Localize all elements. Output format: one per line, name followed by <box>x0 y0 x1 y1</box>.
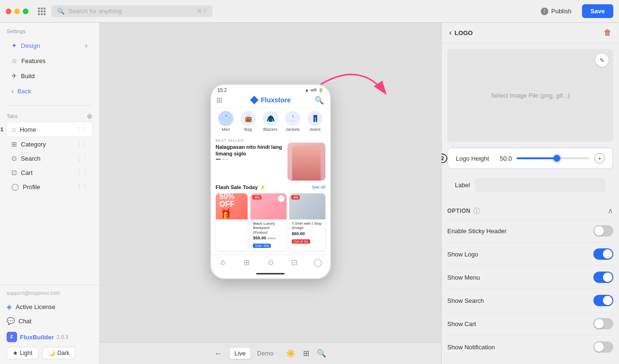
phone-nav-cart[interactable]: ⊡ <box>282 258 306 267</box>
live-demo-toggle: Live Demo <box>230 348 278 359</box>
sale-emoji: 🎁 <box>220 208 244 219</box>
light-theme-button[interactable]: ★ Light <box>7 347 38 359</box>
live-button[interactable]: Live <box>230 348 250 359</box>
link-label: Active License <box>16 303 55 310</box>
product-card-backpack[interactable]: -6% ♡ Black Luxury Backpack (Product $55… <box>250 193 286 251</box>
toggle-knob <box>594 342 604 352</box>
tab-number-1: 1 <box>0 127 3 132</box>
phone-status-icons: ▲ wifi 🔋 <box>305 88 323 92</box>
cat-tab-bag[interactable]: 👜 Bag <box>237 111 259 132</box>
see-all-link[interactable]: See All <box>312 185 325 190</box>
show-search-toggle[interactable] <box>593 295 613 306</box>
toggle-knob <box>603 296 612 305</box>
preview-back-button[interactable]: ← <box>214 349 222 358</box>
sidebar-item-back[interactable]: ‹ Back <box>7 83 92 99</box>
drag-handle-icon[interactable]: ⋮⋮ <box>76 155 88 162</box>
jackets-icon: 🥼 <box>285 111 300 126</box>
hero-image <box>287 143 325 181</box>
product-card-tshirt[interactable]: -8% T-Shirt with t Stop (Image $60.00 Ou… <box>289 193 325 251</box>
phone-nav-profile[interactable]: ◯ <box>306 258 330 267</box>
panel-back-button[interactable]: ‹ <box>449 28 452 37</box>
discount-badge: -6% <box>252 195 261 200</box>
brightness-icon-button[interactable]: ☀️ <box>286 349 296 358</box>
product-image-tshirt: -8% <box>289 193 325 219</box>
sale-percentage: 50% <box>220 193 244 201</box>
zoom-button[interactable]: 🔍 <box>317 349 326 358</box>
global-search-bar[interactable]: 🔍 Search for anything ⌘ F <box>51 5 212 17</box>
dark-theme-button[interactable]: 🌙 Dark <box>42 347 75 359</box>
logo-height-label: Logo Height <box>456 155 489 162</box>
option-title: OPTION i <box>447 208 480 214</box>
grid-menu-icon[interactable] <box>38 8 46 15</box>
cat-label: Jeans <box>309 127 321 132</box>
phone-nav-category[interactable]: ⊞ <box>235 258 259 267</box>
home-bar <box>256 273 285 274</box>
chat-link[interactable]: 💬 Chat <box>7 314 92 328</box>
out-of-stock-badge: Out of Stc <box>292 239 310 244</box>
option-section-header: OPTION i ∧ <box>447 202 613 219</box>
cat-tab-jeans[interactable]: 👖 Jeans <box>304 111 326 132</box>
label-input-field[interactable] <box>475 178 606 192</box>
wishlist-button[interactable]: ♡ <box>278 195 285 202</box>
moon-icon: 🌙 <box>48 350 55 356</box>
sidebar-tab-home[interactable]: 1 ⌂ Home ⋮⋮ <box>7 122 92 137</box>
maximize-button[interactable] <box>23 9 28 14</box>
increase-height-button[interactable]: + <box>594 153 605 164</box>
show-cart-toggle[interactable] <box>593 318 613 329</box>
drag-handle-icon[interactable]: ⋮⋮ <box>76 126 87 133</box>
grid-view-button[interactable]: ⊞ <box>303 349 309 358</box>
demo-button[interactable]: Demo <box>252 348 278 359</box>
save-button[interactable]: Save <box>582 4 613 18</box>
sidebar-tab-category[interactable]: ⊞ Category ⋮⋮ <box>7 137 92 151</box>
show-notification-toggle[interactable] <box>593 341 613 353</box>
phone-mockup: 15:2 ▲ wifi 🔋 <box>210 84 331 280</box>
sidebar-tab-profile[interactable]: ◯ Profile ⋮⋮ <box>7 180 92 194</box>
sticky-header-toggle[interactable] <box>593 225 613 237</box>
add-tab-button[interactable]: ⊕ <box>87 112 92 120</box>
phone-search-icon[interactable]: 🔍 <box>314 96 324 105</box>
sidebar-item-design[interactable]: ✦ Design ∨ <box>7 38 92 53</box>
slider-thumb[interactable] <box>554 155 560 162</box>
bag-icon: 👜 <box>240 111 256 126</box>
product-info: Black Luxury Backpack (Product $55.00 $6… <box>250 219 286 251</box>
logo-image-upload-area[interactable]: ✎ Select Image File (png, gif...) <box>447 49 613 142</box>
label-field-label: Label <box>455 182 470 189</box>
edit-image-button[interactable]: ✎ <box>595 54 609 67</box>
active-license-link[interactable]: ◈ Active License <box>7 300 92 314</box>
cat-tab-jackets[interactable]: 🥼 Jackets <box>282 111 304 132</box>
collapse-icon[interactable]: ∧ <box>608 206 613 215</box>
phone-nav-search[interactable]: ⊙ <box>259 258 282 267</box>
upload-text: Select Image File (png, gif...) <box>491 92 570 99</box>
home-icon: ⌂ <box>12 126 16 133</box>
option-row-show-notification: Show Notification <box>447 335 613 358</box>
show-logo-toggle[interactable] <box>593 248 613 260</box>
publish-button[interactable]: ! Publish <box>536 5 576 18</box>
cat-tab-blazers[interactable]: 🧥 Blazers <box>259 111 282 132</box>
tab-label: Search <box>21 155 40 162</box>
product-card-sale[interactable]: 50% OFF 🎁 <box>216 193 248 251</box>
phone-nav-home[interactable]: ⌂ <box>211 258 235 267</box>
right-panel: ‹ LOGO 🗑 ✎ Select Image File (png, gif..… <box>441 23 619 364</box>
sidebar-tab-cart[interactable]: ⊡ Cart ⋮⋮ <box>7 165 92 180</box>
cart-icon: ⊡ <box>11 169 17 176</box>
sidebar-tab-search[interactable]: ⊙ Search ⋮⋮ <box>7 151 92 165</box>
product-info: T-Shirt with t Stop (Image $60.00 Out of… <box>289 219 325 246</box>
tab-label: Profile <box>23 183 40 191</box>
close-button[interactable] <box>6 9 11 14</box>
signal-icon: ▲ <box>305 88 309 92</box>
product-price: $55.00 <box>253 236 266 240</box>
sidebar-item-build[interactable]: ✈ Build <box>7 68 92 83</box>
phone-main-content: BEST SELLER Nalagpasan nito hindi lang l… <box>211 135 330 255</box>
cat-tab-men[interactable]: 👕 Men <box>215 111 237 132</box>
product-image-backpack: -6% ♡ <box>250 193 286 219</box>
show-menu-toggle[interactable] <box>593 272 613 283</box>
sidebar-item-features[interactable]: ☆ Features <box>7 53 92 68</box>
drag-handle-icon[interactable]: ⋮⋮ <box>76 141 88 147</box>
drag-handle-icon[interactable]: ⋮⋮ <box>76 183 88 190</box>
toggle-knob <box>594 319 604 328</box>
minimize-button[interactable] <box>14 9 20 14</box>
sidebar: Settings ✦ Design ∨ ☆ Features ✈ Build ‹… <box>0 23 100 364</box>
logo-height-slider[interactable] <box>517 157 590 159</box>
delete-button[interactable]: 🗑 <box>604 28 611 37</box>
drag-handle-icon[interactable]: ⋮⋮ <box>76 169 88 176</box>
